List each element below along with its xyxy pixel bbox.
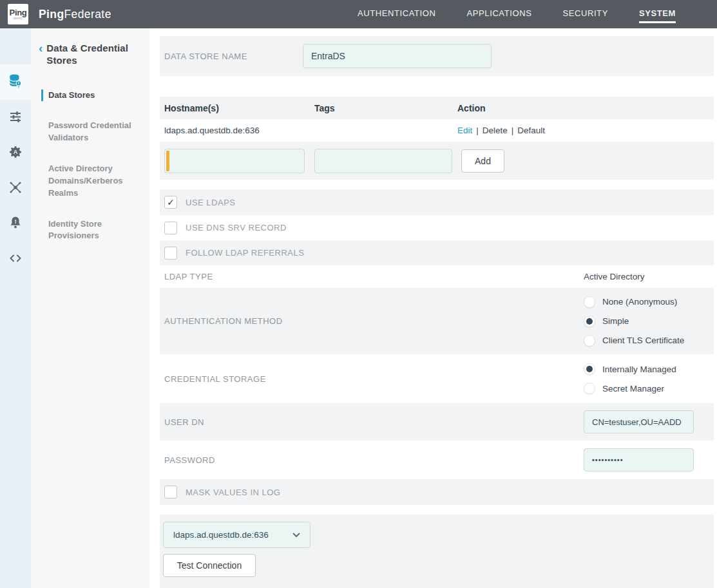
use-dns-srv-checkbox[interactable]: ✓ — [164, 222, 177, 234]
auth-simple-label: Simple — [602, 316, 629, 326]
tags-column-header: Tags — [314, 103, 457, 113]
authentication-method-row: AUTHENTICATION METHOD None (Anonymous) S… — [160, 288, 714, 354]
app-title: PingFederate — [39, 8, 111, 21]
rail-item-external-systems[interactable] — [0, 171, 31, 206]
auth-client-tls-label: Client TLS Certificate — [602, 336, 684, 345]
nav-authentication[interactable]: AUTHENTICATION — [358, 6, 436, 23]
rail-item-notifications[interactable]: ! — [0, 206, 31, 242]
host-select-dropdown[interactable]: ldaps.ad.questdb.de:636 — [163, 522, 311, 548]
mask-values-label: MASK VALUES IN LOG — [186, 488, 280, 497]
app-window: Ping Identity. PingFederate AUTHENTICATI… — [0, 0, 717, 588]
ldap-type-label: LDAP TYPE — [160, 272, 213, 281]
storage-secret-manager-radio[interactable] — [584, 383, 595, 394]
rail-item-data-stores[interactable] — [0, 64, 31, 100]
sidebar-list: Data Stores Password Credential Validato… — [39, 90, 140, 243]
host-select-value: ldaps.ad.questdb.de:636 — [173, 530, 269, 540]
app-title-light: Federate — [64, 8, 111, 21]
password-label: PASSWORD — [160, 455, 215, 465]
data-store-name-input[interactable]: EntraDS — [303, 44, 492, 68]
test-connection-section: ldaps.ad.questdb.de:636 Test Connection — [160, 515, 714, 588]
sidebar-item-identity-store-provisioners[interactable]: Identity Store Provisioners — [41, 218, 140, 243]
new-hostname-input[interactable] — [164, 149, 305, 173]
storage-secret-manager-label: Secret Manager — [602, 384, 664, 394]
sidebar-item-data-stores[interactable]: Data Stores — [41, 90, 140, 102]
top-nav: AUTHENTICATION APPLICATIONS SECURITY SYS… — [358, 6, 717, 23]
rail-item-admin-operations[interactable]: A — [0, 135, 31, 171]
mask-values-row: ✓ MASK VALUES IN LOG — [160, 479, 714, 505]
top-header: Ping Identity. PingFederate AUTHENTICATI… — [0, 0, 717, 28]
nav-system[interactable]: SYSTEM — [639, 6, 676, 23]
nav-security[interactable]: SECURITY — [562, 6, 608, 23]
mask-values-checkbox[interactable]: ✓ — [164, 486, 177, 498]
back-chevron-icon[interactable]: ‹ — [39, 43, 43, 67]
hostname-cell: ldaps.ad.questdb.de:636 — [160, 126, 314, 135]
add-button[interactable]: Add — [461, 149, 504, 173]
sliders-icon — [8, 109, 23, 127]
credential-storage-row: CREDENTIAL STORAGE Internally Managed Se… — [160, 354, 714, 403]
storage-option-internal[interactable]: Internally Managed — [584, 359, 676, 379]
sidebar-title: Data & Credential Stores — [46, 43, 140, 67]
password-row: PASSWORD •••••••••• — [160, 441, 714, 479]
use-dns-srv-label: USE DNS SRV RECORD — [186, 223, 287, 232]
action-cell: Edit|Delete|Default — [457, 126, 714, 135]
storage-internal-label: Internally Managed — [602, 365, 676, 374]
use-ldaps-label: USE LDAPS — [186, 198, 235, 207]
follow-ldap-referrals-label: FOLLOW LDAP REFERRALS — [186, 248, 304, 258]
app-title-bold: Ping — [39, 8, 64, 21]
rail-item-api-code[interactable] — [0, 242, 31, 277]
svg-text:A: A — [14, 149, 18, 155]
hostname-column-header: Hostname(s) — [160, 103, 314, 113]
edit-link[interactable]: Edit — [457, 126, 472, 135]
sidebar: ‹ Data & Credential Stores Data Stores P… — [31, 28, 149, 588]
storage-internal-radio[interactable] — [584, 363, 595, 375]
logo-subtext: Identity. — [13, 17, 23, 21]
password-input[interactable]: •••••••••• — [584, 448, 694, 471]
ping-logo[interactable]: Ping Identity. — [8, 4, 28, 24]
auth-option-simple[interactable]: Simple — [584, 312, 684, 331]
gear-a-icon: A — [8, 144, 23, 162]
sidebar-item-password-credential-validators[interactable]: Password Credential Validators — [41, 120, 140, 144]
user-dn-row: USER DN CN=testuser,OU=AADD — [160, 403, 714, 441]
ldap-type-value: Active Directory — [584, 272, 645, 281]
new-tags-input[interactable] — [314, 149, 452, 173]
icon-rail: A — [0, 28, 31, 588]
auth-simple-radio[interactable] — [584, 316, 595, 327]
use-ldaps-row: ✓ USE LDAPS — [160, 189, 714, 215]
user-dn-input[interactable]: CN=testuser,OU=AADD — [584, 410, 694, 433]
default-link[interactable]: Default — [517, 126, 545, 135]
data-store-name-row: DATA STORE NAME EntraDS — [160, 36, 714, 76]
logo-text: Ping — [10, 8, 27, 17]
auth-client-tls-radio[interactable] — [584, 335, 595, 346]
action-column-header: Action — [457, 103, 714, 113]
auth-option-none[interactable]: None (Anonymous) — [584, 292, 684, 312]
data-store-name-label: DATA STORE NAME — [160, 52, 247, 61]
chevron-down-icon — [292, 530, 300, 540]
auth-none-label: None (Anonymous) — [602, 297, 677, 307]
credential-storage-label: CREDENTIAL STORAGE — [160, 374, 266, 384]
delete-link[interactable]: Delete — [483, 126, 508, 135]
rail-item-server-configuration[interactable] — [0, 100, 31, 135]
auth-none-radio[interactable] — [584, 296, 595, 308]
test-connection-button[interactable]: Test Connection — [163, 554, 256, 577]
ldap-type-row: LDAP TYPE Active Directory — [160, 265, 714, 288]
action-separator: | — [511, 126, 514, 135]
use-ldaps-checkbox[interactable]: ✓ — [164, 196, 177, 209]
add-host-row: Add — [160, 142, 714, 180]
nav-applications[interactable]: APPLICATIONS — [467, 6, 532, 23]
auth-option-client-tls[interactable]: Client TLS Certificate — [584, 331, 684, 350]
authentication-method-label: AUTHENTICATION METHOD — [160, 316, 283, 326]
code-brackets-icon — [8, 251, 23, 269]
user-dn-label: USER DN — [160, 417, 204, 427]
svg-text:!: ! — [14, 218, 16, 225]
main-content: DATA STORE NAME EntraDS Hostname(s) Tags… — [149, 28, 717, 588]
hosts-table-row: ldaps.ad.questdb.de:636 Edit|Delete|Defa… — [160, 119, 714, 142]
sidebar-item-ad-domains-kerberos-realms[interactable]: Active Directory Domains/Kerberos Realms — [41, 163, 140, 200]
follow-ldap-referrals-row: ✓ FOLLOW LDAP REFERRALS — [160, 240, 714, 265]
credential-storage-options: Internally Managed Secret Manager — [584, 359, 676, 398]
action-separator: | — [476, 126, 479, 135]
hosts-table-header: Hostname(s) Tags Action — [160, 97, 714, 119]
follow-ldap-referrals-checkbox[interactable]: ✓ — [164, 247, 177, 260]
authentication-method-options: None (Anonymous) Simple Client TLS Certi… — [584, 292, 684, 350]
storage-option-secret-manager[interactable]: Secret Manager — [584, 379, 676, 398]
use-dns-srv-row: ✓ USE DNS SRV RECORD — [160, 215, 714, 240]
